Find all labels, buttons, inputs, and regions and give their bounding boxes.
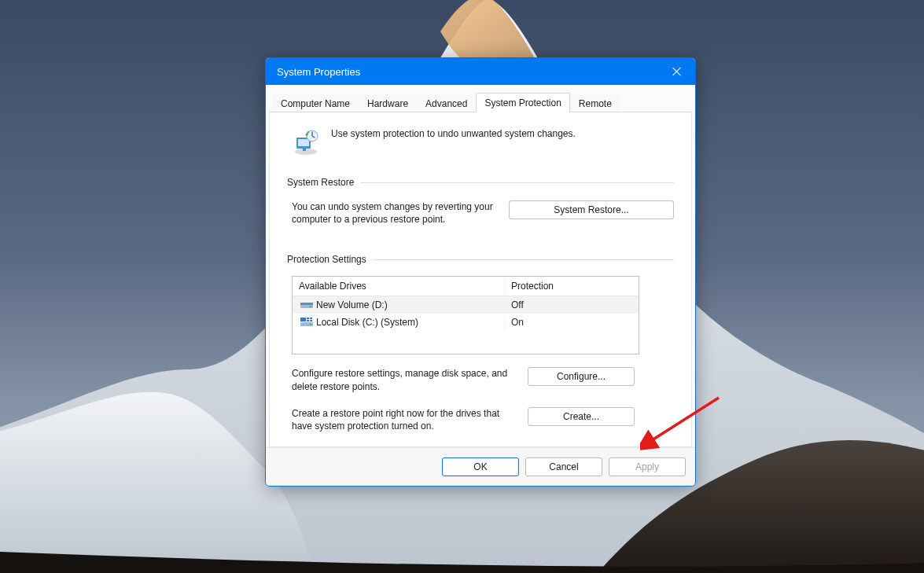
table-header: Available Drives Protection (293, 277, 639, 296)
create-button[interactable]: Create... (528, 407, 635, 426)
configure-description: Configure restore settings, manage disk … (292, 367, 512, 392)
tab-computer-name[interactable]: Computer Name (272, 94, 359, 112)
svg-point-16 (310, 324, 311, 325)
drives-table[interactable]: Available Drives Protection New Volume (… (292, 276, 639, 354)
dialog-footer: OK Cancel Apply (266, 447, 695, 486)
system-properties-dialog: System Properties Computer Name Hardware… (265, 57, 696, 487)
dialog-body: Computer Name Hardware Advanced System P… (266, 85, 695, 447)
divider (360, 182, 674, 183)
svg-rect-8 (300, 303, 313, 305)
svg-point-9 (310, 306, 311, 307)
svg-rect-10 (300, 318, 306, 321)
restore-description: You can undo system changes by reverting… (292, 200, 493, 226)
system-protection-icon (292, 128, 320, 156)
tab-remote[interactable]: Remote (570, 94, 620, 112)
ok-button[interactable]: OK (442, 457, 519, 476)
close-button[interactable] (659, 58, 695, 85)
tab-hardware[interactable]: Hardware (359, 94, 417, 112)
svg-rect-4 (303, 149, 306, 151)
drive-icon (300, 300, 313, 310)
divider (373, 259, 674, 260)
svg-rect-3 (298, 139, 309, 146)
tab-advanced[interactable]: Advanced (417, 94, 476, 112)
configure-button[interactable]: Configure... (528, 367, 635, 386)
table-row[interactable]: New Volume (D:) Off (293, 296, 639, 314)
group-title-settings: Protection Settings (287, 254, 366, 265)
drive-protection: On (505, 315, 639, 329)
svg-rect-13 (307, 320, 309, 321)
svg-rect-11 (307, 318, 309, 319)
tab-content: Use system protection to undo unwanted s… (269, 112, 692, 447)
dialog-title: System Properties (277, 66, 659, 78)
intro-text: Use system protection to undo unwanted s… (331, 127, 576, 139)
drive-protection: Off (505, 298, 639, 312)
table-row[interactable]: Local Disk (C:) (System) On (293, 314, 639, 331)
group-header-settings: Protection Settings (287, 254, 674, 265)
system-restore-button[interactable]: System Restore... (509, 200, 674, 219)
tabstrip: Computer Name Hardware Advanced System P… (269, 88, 692, 112)
svg-rect-14 (310, 320, 312, 321)
titlebar[interactable]: System Properties (266, 58, 695, 85)
drive-name: New Volume (D:) (316, 299, 388, 310)
group-title-restore: System Restore (287, 177, 354, 188)
group-header-restore: System Restore (287, 177, 674, 188)
close-icon (672, 67, 682, 76)
column-protection[interactable]: Protection (505, 277, 639, 296)
svg-rect-12 (310, 318, 312, 319)
cancel-button[interactable]: Cancel (525, 457, 602, 476)
column-drives[interactable]: Available Drives (293, 277, 505, 296)
drive-name: Local Disk (C:) (System) (316, 317, 418, 328)
create-description: Create a restore point right now for the… (292, 407, 512, 432)
apply-button[interactable]: Apply (609, 457, 686, 476)
tab-system-protection[interactable]: System Protection (476, 93, 569, 112)
drive-icon (300, 318, 313, 327)
